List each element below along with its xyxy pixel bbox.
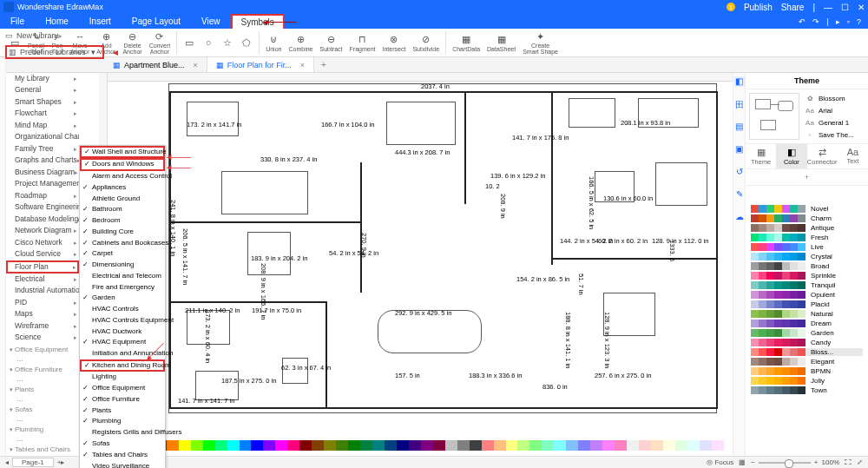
menu-home[interactable]: Home <box>35 14 79 29</box>
palette-swatch[interactable] <box>651 440 663 451</box>
color-scheme-row[interactable]: Bloss... <box>751 348 863 356</box>
zoom-control[interactable]: −+ 100% <box>751 458 839 466</box>
submenu-item[interactable]: Registers Grills and Diffusers <box>80 427 165 438</box>
library-category[interactable]: Cisco Network▸ <box>6 237 79 248</box>
palette-swatch[interactable] <box>700 440 712 451</box>
library-category[interactable]: Project Management▸ <box>6 178 79 189</box>
palette-swatch[interactable] <box>578 440 590 451</box>
focus-toggle[interactable]: ◎ Focus <box>707 458 733 466</box>
save-icon[interactable]: ▫ <box>847 17 850 26</box>
palette-swatch[interactable] <box>517 440 529 451</box>
library-category[interactable]: Graphs and Charts▸ <box>6 155 79 166</box>
bottom-color-palette[interactable] <box>118 440 724 451</box>
grid-icon[interactable]: ▦ <box>739 458 746 466</box>
export-icon[interactable]: ▸ <box>836 17 840 26</box>
share-link[interactable]: Share <box>781 3 805 12</box>
color-scheme-row[interactable]: Tranquil <box>751 281 863 289</box>
palette-swatch[interactable] <box>360 440 372 451</box>
submenu-item[interactable]: Cabinets and Bookcases <box>80 237 165 248</box>
palette-swatch[interactable] <box>312 440 324 451</box>
palette-swatch[interactable] <box>397 440 409 451</box>
palette-swatch[interactable] <box>506 440 518 451</box>
palette-swatch[interactable] <box>639 440 651 451</box>
palette-swatch[interactable] <box>470 440 482 451</box>
tab-add-button[interactable]: + <box>314 57 333 72</box>
color-scheme-row[interactable]: Broad <box>751 262 863 270</box>
menu-view[interactable]: View <box>191 14 231 29</box>
submenu-item[interactable]: Video Surveillance <box>80 460 165 468</box>
library-category[interactable]: Business Diagram▸ <box>6 167 79 178</box>
shape-section[interactable]: ▾ Office Equipment <box>6 344 79 354</box>
palette-swatch[interactable] <box>240 440 252 451</box>
clipboard-tool-icon[interactable]: ▣ <box>734 144 745 155</box>
color-scheme-row[interactable]: Live <box>751 243 863 251</box>
library-category[interactable]: Roadmap▸ <box>6 190 79 201</box>
palette-swatch[interactable] <box>590 440 602 451</box>
palette-swatch[interactable] <box>215 440 227 451</box>
palette-swatch[interactable] <box>712 440 724 451</box>
library-category[interactable]: My Library▸ <box>6 73 79 84</box>
library-category[interactable]: Wireframe▸ <box>6 320 79 332</box>
library-category[interactable]: Smart Shapes▸ <box>6 96 79 108</box>
submenu-item[interactable]: HVAC Controls Equipment <box>80 315 165 326</box>
theme-option[interactable]: ✿Blossom <box>805 95 865 102</box>
palette-swatch[interactable] <box>433 440 445 451</box>
palette-swatch[interactable] <box>167 440 179 451</box>
library-category[interactable]: Electrical▸ <box>6 274 79 285</box>
ribbon-shape[interactable]: ☆ <box>218 36 237 49</box>
library-category[interactable]: General▸ <box>6 84 79 96</box>
palette-swatch[interactable] <box>372 440 385 451</box>
user-badge[interactable]: 1 <box>727 3 735 11</box>
submenu-item[interactable]: Plants <box>80 405 165 416</box>
canvas[interactable]: 2037. 4 in173. 2 in x 141.7 in166.7 in x… <box>99 73 733 456</box>
library-category[interactable]: Family Tree▸ <box>6 143 79 155</box>
submenu-item[interactable]: Building Core <box>80 227 165 238</box>
palette-swatch[interactable] <box>554 440 566 451</box>
add-color-scheme-button[interactable]: + <box>746 169 868 186</box>
palette-swatch[interactable] <box>663 440 675 451</box>
color-scheme-row[interactable]: Jolly <box>751 377 863 385</box>
submenu-item[interactable]: HVAC Ductwork <box>80 326 165 338</box>
submenu-item[interactable]: Dimensioning <box>80 260 165 271</box>
palette-swatch[interactable] <box>445 440 457 451</box>
library-category[interactable]: PID▸ <box>6 297 79 308</box>
theme-tab-text[interactable]: AaText <box>838 144 868 168</box>
shape-section[interactable]: ▾ Plants <box>6 384 79 394</box>
submenu-item[interactable]: Sofas <box>80 438 165 450</box>
library-category[interactable]: Cloud Service▸ <box>6 248 79 260</box>
color-scheme-row[interactable]: Town <box>751 386 863 394</box>
palette-swatch[interactable] <box>324 440 336 451</box>
palette-swatch[interactable] <box>421 440 433 451</box>
submenu-item[interactable]: Bathroom <box>80 204 165 215</box>
theme-option[interactable]: AaGeneral 1 <box>805 119 865 127</box>
window-close-icon[interactable]: ✕ <box>858 3 865 12</box>
ribbon-intersect[interactable]: ⊗Intersect <box>379 34 410 52</box>
color-scheme-row[interactable]: Candy <box>751 339 863 346</box>
help-icon[interactable]: ? <box>857 17 861 26</box>
ribbon-subtract[interactable]: ⊖Subtract <box>316 34 345 52</box>
color-scheme-row[interactable]: Natural <box>751 310 863 318</box>
library-category[interactable]: Floor Plan▸ <box>6 260 79 274</box>
submenu-item[interactable]: Electrical and Telecom <box>80 271 165 282</box>
palette-swatch[interactable] <box>227 440 240 451</box>
palette-swatch[interactable] <box>602 440 615 451</box>
palette-swatch[interactable] <box>275 440 287 451</box>
ribbon-shape[interactable]: ⬠ <box>237 36 256 49</box>
window-min-icon[interactable]: — <box>824 3 832 12</box>
library-category[interactable]: Network Diagram▸ <box>6 225 79 236</box>
palette-swatch[interactable] <box>529 440 542 451</box>
ribbon-chartdata[interactable]: ▦ChartData <box>449 34 483 52</box>
palette-swatch[interactable] <box>675 440 687 451</box>
color-scheme-row[interactable]: Novel <box>751 205 863 213</box>
submenu-item[interactable]: Office Equipment <box>80 383 165 394</box>
menu-insert[interactable]: Insert <box>79 14 122 29</box>
library-category[interactable]: Software Engineering▸ <box>6 201 79 213</box>
color-scheme-row[interactable]: Placid <box>751 300 863 308</box>
publish-link[interactable]: Publish <box>744 3 773 12</box>
submenu-item[interactable]: Tables and Chairs <box>80 450 165 461</box>
color-scheme-row[interactable]: Fresh <box>751 234 863 241</box>
fullscreen-icon[interactable]: ⤢ <box>857 458 863 466</box>
palette-swatch[interactable] <box>251 440 263 451</box>
ribbon-create-smart-shape[interactable]: ✦CreateSmart Shape <box>519 30 562 55</box>
color-scheme-row[interactable]: Sprinkle <box>751 272 863 280</box>
